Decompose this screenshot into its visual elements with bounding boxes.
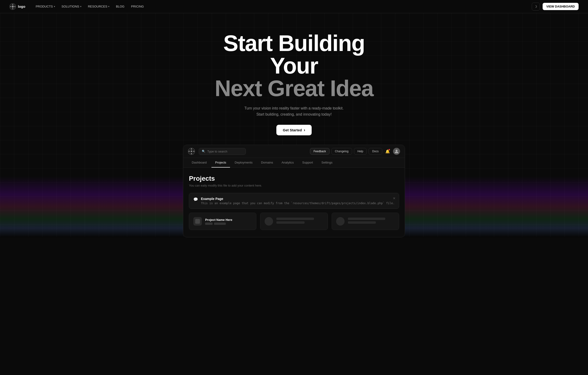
nav-links: PRODUCTS ▾ SOLUTIONS ▾ RESOURCES ▾ BLOG … — [33, 3, 147, 10]
nav-solutions[interactable]: SOLUTIONS ▾ — [59, 3, 84, 10]
tab-dashboard[interactable]: Dashboard — [188, 158, 210, 168]
dashboard-header: 🔍 Feedback Changelog Help Docs — [183, 145, 405, 158]
tab-domains[interactable]: Domains — [257, 158, 277, 168]
svg-point-12 — [189, 151, 190, 152]
dashboard-wrapper: 🔍 Feedback Changelog Help Docs — [174, 145, 414, 237]
nav-blog[interactable]: BLOG — [113, 3, 127, 10]
project-card[interactable]: Project Name Here — [189, 213, 256, 230]
arrow-right-icon: › — [304, 128, 305, 132]
page-subtitle: You can eaily modify this file to add yo… — [189, 184, 399, 187]
tab-settings[interactable]: Settings — [318, 158, 336, 168]
get-started-button[interactable]: Get Started › — [276, 125, 312, 135]
alert-title: Example Page — [201, 197, 395, 201]
moon-icon: ☽ — [534, 5, 537, 9]
svg-point-9 — [190, 150, 192, 152]
nav-right: ☽ VIEW DASHBOARD — [532, 3, 578, 10]
feedback-button[interactable]: Feedback — [310, 148, 329, 155]
dashboard-content: Projects You can eaily modify this file … — [183, 168, 405, 237]
user-icon — [394, 149, 399, 154]
view-dashboard-button[interactable]: VIEW DASHBOARD — [543, 3, 578, 10]
skeleton-line-1 — [348, 218, 385, 220]
project-cards-row: Project Name Here — [189, 213, 399, 230]
chevron-down-icon: ▾ — [108, 5, 109, 8]
svg-point-4 — [12, 8, 13, 9]
search-icon: 🔍 — [202, 150, 205, 153]
changelog-button[interactable]: Changelog — [331, 148, 352, 155]
alert-content: Example Page This is an example page tha… — [201, 197, 395, 205]
logo-icon — [10, 3, 16, 10]
skeleton-line-1 — [276, 218, 314, 220]
notification-dot — [388, 149, 390, 151]
page-title: Projects — [189, 175, 399, 182]
svg-point-14 — [396, 150, 398, 152]
nav-logo[interactable]: logo — [10, 3, 25, 10]
navbar: logo PRODUCTS ▾ SOLUTIONS ▾ RESOURCES ▾ … — [0, 0, 588, 13]
skeleton-line-2 — [348, 221, 376, 224]
skeleton-lines — [348, 218, 395, 225]
svg-point-2 — [11, 5, 14, 8]
notifications-button[interactable]: 🔔 — [384, 148, 391, 155]
tab-analytics[interactable]: Analytics — [278, 158, 297, 168]
skeleton-lines — [276, 218, 323, 225]
skeleton-circle — [265, 217, 273, 226]
svg-point-10 — [191, 149, 192, 150]
search-input[interactable] — [207, 150, 243, 153]
hero-title: Start Building Your Next Great Idea — [200, 32, 388, 100]
project-icon — [193, 217, 202, 226]
svg-point-6 — [14, 6, 15, 7]
skeleton-card-2 — [260, 213, 328, 230]
svg-point-13 — [193, 151, 195, 152]
skeleton-line-2 — [276, 221, 304, 224]
nav-pricing[interactable]: PRICING — [128, 3, 147, 10]
project-name: Project Name Here — [205, 218, 252, 222]
project-info: Project Name Here — [205, 218, 252, 225]
nav-resources[interactable]: RESOURCES ▾ — [85, 3, 112, 10]
dashboard-header-right: Feedback Changelog Help Docs 🔔 — [310, 148, 400, 155]
svg-point-5 — [10, 6, 11, 7]
meta-dot — [205, 223, 213, 225]
tab-deployments[interactable]: Deployments — [231, 158, 256, 168]
dashboard-nav: Dashboard Projects Deployments Domains A… — [183, 158, 405, 168]
project-icon-inner — [195, 219, 200, 224]
svg-point-3 — [12, 4, 13, 5]
hero-subtitle: Turn your vision into reality faster wit… — [244, 105, 344, 117]
dark-mode-button[interactable]: ☽ — [532, 3, 540, 10]
docs-button[interactable]: Docs — [368, 148, 382, 155]
info-icon: 💬 — [193, 197, 198, 202]
project-meta — [205, 223, 252, 225]
avatar[interactable] — [393, 148, 400, 155]
nav-left: logo PRODUCTS ▾ SOLUTIONS ▾ RESOURCES ▾ … — [10, 3, 147, 10]
tab-support[interactable]: Support — [298, 158, 317, 168]
skeleton-circle — [336, 217, 345, 226]
nav-products[interactable]: PRODUCTS ▾ — [33, 3, 58, 10]
help-button[interactable]: Help — [354, 148, 367, 155]
chevron-down-icon: ▾ — [80, 5, 81, 8]
dashboard-logo-icon — [188, 148, 195, 155]
search-bar[interactable]: 🔍 — [199, 148, 246, 155]
dashboard-card: 🔍 Feedback Changelog Help Docs — [183, 145, 405, 237]
meta-dot-wide — [214, 223, 226, 225]
svg-point-11 — [191, 153, 192, 154]
alert-box: 💬 Example Page This is an example page t… — [189, 193, 399, 209]
logo-text: logo — [18, 4, 25, 9]
skeleton-card-3 — [332, 213, 399, 230]
chevron-down-icon: ▾ — [54, 5, 55, 8]
tab-projects[interactable]: Projects — [211, 158, 230, 168]
alert-close-button[interactable]: ✕ — [393, 196, 396, 200]
alert-text: This is an example page that you can mod… — [201, 202, 395, 205]
hero-section: Start Building Your Next Great Idea Turn… — [0, 13, 588, 237]
